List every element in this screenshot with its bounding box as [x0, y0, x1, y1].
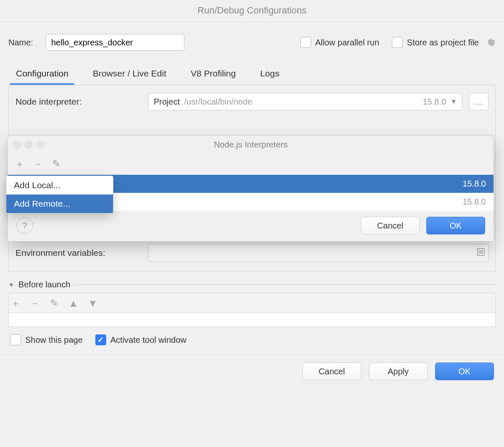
edit-icon[interactable]: ✎ — [49, 297, 59, 309]
store-project-option[interactable]: Store as project file — [392, 37, 496, 48]
show-this-page-option[interactable]: Show this page — [10, 334, 83, 345]
activate-tool-checkbox[interactable] — [95, 334, 106, 345]
tab-logs[interactable]: Logs — [254, 63, 285, 84]
window-zoom-icon[interactable] — [37, 141, 44, 148]
gear-icon[interactable] — [486, 37, 496, 47]
window-minimize-icon[interactable] — [25, 141, 32, 148]
header-row: Name: Allow parallel run Store as projec… — [0, 22, 504, 63]
interpreters-toolbar: ＋ － ✎ — [8, 154, 494, 175]
bottom-options: Show this page Activate tool window — [0, 327, 504, 351]
window-close-icon[interactable] — [13, 141, 21, 148]
move-down-icon[interactable]: ▼ — [88, 297, 98, 309]
env-vars-label: Environment variables: — [16, 248, 142, 258]
combo-path: /usr/local/bin/node — [184, 97, 252, 107]
node-interpreter-combo[interactable]: Project /usr/local/bin/node 15.8.0 ▼ — [148, 93, 462, 110]
move-up-icon[interactable]: ▲ — [68, 297, 79, 309]
collapse-icon[interactable]: ▼ — [8, 281, 14, 288]
interpreters-title-text: Node.js Interpreters — [214, 140, 288, 149]
add-interpreter-menu: Add Local... Add Remote... — [6, 176, 113, 213]
tab-v8-profiling[interactable]: V8 Profiling — [185, 63, 242, 84]
tab-browser-live-edit[interactable]: Browser / Live Edit — [87, 63, 172, 84]
tab-configuration[interactable]: Configuration — [10, 63, 74, 84]
chevron-down-icon: ▼ — [450, 98, 457, 105]
interpreters-ok-button[interactable]: OK — [426, 217, 485, 234]
activate-tool-label: Activate tool window — [110, 335, 186, 345]
window-controls — [13, 141, 44, 148]
add-icon[interactable]: ＋ — [10, 297, 21, 310]
edit-icon[interactable]: ✎ — [52, 158, 61, 170]
show-this-page-label: Show this page — [25, 335, 83, 345]
before-launch-toolbar: ＋ － ✎ ▲ ▼ — [8, 293, 496, 313]
dialog-footer: Cancel Apply OK — [0, 355, 504, 388]
name-input[interactable] — [46, 34, 184, 51]
allow-parallel-option[interactable]: Allow parallel run — [300, 37, 379, 48]
combo-project-badge: Project — [154, 97, 180, 107]
cancel-button[interactable]: Cancel — [302, 363, 361, 380]
before-launch-list[interactable] — [8, 313, 496, 327]
combo-version: 15.8.0 — [423, 97, 446, 107]
ok-button[interactable]: OK — [435, 363, 494, 380]
allow-parallel-label: Allow parallel run — [315, 38, 379, 47]
before-launch-section: ▼ Before launch ＋ － ✎ ▲ ▼ — [8, 280, 496, 327]
node-interpreter-label: Node interpreter: — [16, 97, 142, 107]
store-project-label: Store as project file — [407, 38, 479, 47]
store-project-checkbox[interactable] — [392, 37, 403, 48]
env-vars-input[interactable] — [148, 244, 488, 262]
divider — [74, 284, 496, 285]
allow-parallel-checkbox[interactable] — [300, 37, 311, 48]
name-label: Name: — [8, 38, 33, 47]
list-icon[interactable] — [477, 248, 485, 258]
env-vars-row: Environment variables: — [16, 244, 488, 262]
help-icon[interactable]: ? — [16, 217, 33, 234]
activate-tool-option[interactable]: Activate tool window — [95, 334, 186, 345]
node-interpreter-row: Node interpreter: Project /usr/local/bin… — [16, 93, 488, 110]
apply-button[interactable]: Apply — [369, 363, 428, 380]
interpreters-footer: ? Cancel OK — [8, 211, 494, 241]
add-icon[interactable]: ＋ — [15, 157, 24, 171]
show-this-page-checkbox[interactable] — [10, 334, 21, 345]
interpreter-version: 15.8.0 — [462, 197, 486, 207]
browse-button[interactable]: ... — [469, 93, 488, 110]
interpreters-dialog-title: Node.js Interpreters — [8, 136, 494, 154]
interpreters-cancel-button[interactable]: Cancel — [361, 217, 420, 234]
remove-icon[interactable]: － — [33, 157, 42, 171]
remove-icon[interactable]: － — [30, 297, 40, 310]
tabs: Configuration Browser / Live Edit V8 Pro… — [0, 63, 504, 85]
interpreter-version: 15.8.0 — [462, 179, 486, 189]
menu-add-remote[interactable]: Add Remote... — [6, 195, 113, 213]
before-launch-title: Before launch — [18, 280, 70, 289]
dialog-title: Run/Debug Configurations — [0, 0, 504, 22]
menu-add-local[interactable]: Add Local... — [6, 176, 113, 195]
